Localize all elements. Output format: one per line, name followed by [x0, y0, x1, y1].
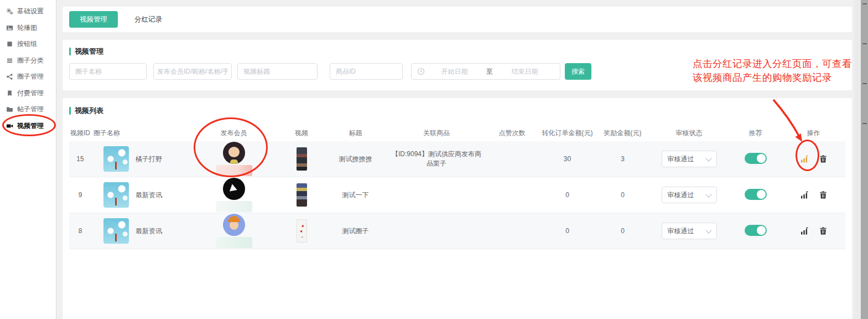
sidebar-item-pay-manage[interactable]: 付费管理: [0, 85, 56, 102]
table-header: 视频ID 圈子名称 发布会员 视频 标题 关联商品 点赞次数 转化订单金额(元)…: [69, 125, 845, 141]
recommend-toggle[interactable]: [745, 189, 767, 200]
recommend-cell: [729, 225, 782, 238]
scrollbar[interactable]: [854, 0, 868, 319]
circle-thumbnail: [103, 146, 129, 172]
list-icon: [6, 57, 13, 64]
reward-amount-cell: 0: [596, 191, 649, 199]
chevron-down-icon: [705, 227, 711, 233]
chevron-down-icon: [705, 155, 711, 161]
video-id-cell: 15: [69, 155, 91, 163]
date-start-placeholder: 开始日期: [425, 67, 484, 76]
sidebar-item-label: 视频管理: [17, 121, 44, 131]
dividend-chart-icon[interactable]: [800, 227, 809, 235]
search-section-title: 视频管理: [69, 47, 845, 56]
audit-status-value: 审核通过: [668, 155, 694, 164]
window-edge: [861, 0, 868, 319]
publisher-avatar: [223, 214, 245, 236]
list-section-title: 视频列表: [69, 106, 845, 116]
edge-tick: [862, 3, 867, 4]
col-title: 标题: [324, 128, 387, 138]
circle-cell: 最新资讯: [91, 182, 188, 208]
sidebar-item-circle-manage[interactable]: 圈子管理: [0, 69, 56, 85]
video-thumbnail[interactable]: [297, 183, 307, 207]
publisher-name-redacted: [216, 237, 252, 248]
table-row: 9 最新资讯 测试一下 0 0 审核通过: [69, 177, 845, 213]
col-video: 视频: [279, 128, 324, 138]
circle-thumbnail: [103, 218, 129, 244]
title-cell: 测试圈子: [324, 227, 387, 236]
delete-trash-icon[interactable]: [819, 227, 828, 235]
edge-tick: [862, 43, 867, 44]
search-section-title-text: 视频管理: [75, 47, 103, 56]
actions-cell: [782, 155, 845, 163]
circle-name-text: 橘子打野: [136, 155, 162, 164]
title-cell: 测试一下: [324, 191, 387, 200]
col-recommend: 推荐: [729, 128, 782, 138]
publisher-name-redacted: [216, 201, 252, 212]
audit-status-select[interactable]: 审核通过: [662, 187, 717, 203]
title-cell: 测试撩撩撩: [324, 155, 387, 164]
video-cell: [279, 147, 324, 171]
circle-name-input[interactable]: [69, 63, 147, 80]
audit-status-cell: 审核通过: [649, 187, 729, 203]
sidebar-item-label: 圈子分类: [17, 56, 44, 65]
clock-icon: [417, 68, 425, 75]
product-id-input[interactable]: [330, 63, 403, 80]
circle-name-text: 最新资讯: [136, 191, 162, 200]
sidebar-item-carousel[interactable]: 轮播图: [0, 20, 56, 37]
circle-thumbnail: [103, 182, 129, 208]
tabs-bar: 视频管理 分红记录: [63, 7, 852, 32]
publisher-name-redacted: [216, 165, 252, 176]
sidebar-item-label: 圈子管理: [17, 72, 44, 81]
actions-cell: [782, 227, 845, 235]
audit-status-cell: 审核通过: [649, 151, 729, 167]
gears-icon: [6, 8, 13, 15]
scrollbar-track[interactable]: [854, 0, 861, 319]
publisher-avatar: [223, 142, 245, 164]
audit-status-value: 审核通过: [668, 191, 694, 200]
tab-video-manage[interactable]: 视频管理: [69, 11, 118, 28]
share-icon: [6, 73, 13, 80]
search-panel: 视频管理 开始日期 至 结束日期 搜索: [63, 40, 852, 90]
image-icon: [6, 24, 13, 32]
video-id-cell: 9: [69, 191, 91, 199]
col-order-amount: 转化订单金额(元): [538, 128, 596, 138]
sidebar-item-label: 轮播图: [17, 23, 37, 33]
dividend-chart-icon[interactable]: [800, 155, 809, 163]
publisher-cell: [188, 142, 279, 176]
sidebar-item-label: 付费管理: [17, 89, 44, 98]
sidebar-item-label: 基础设置: [17, 7, 44, 16]
delete-trash-icon[interactable]: [819, 155, 828, 163]
audit-status-select[interactable]: 审核通过: [662, 151, 717, 167]
recommend-toggle[interactable]: [745, 225, 767, 236]
edge-tick: [862, 83, 867, 84]
video-thumbnail[interactable]: [297, 219, 307, 243]
sidebar-item-video-manage[interactable]: 视频管理: [0, 118, 56, 135]
video-title-input[interactable]: [237, 63, 318, 80]
sidebar-item-post-manage[interactable]: 帖子管理: [0, 101, 56, 118]
video-list-panel: 视频列表 视频ID 圈子名称 发布会员 视频 标题 关联商品 点赞次数 转化订单…: [63, 98, 852, 319]
tab-dividend-record[interactable]: 分红记录: [134, 15, 162, 24]
main-content: 视频管理 分红记录 视频管理 开始日期 至 结束日期 搜索: [57, 0, 868, 319]
date-range-picker[interactable]: 开始日期 至 结束日期: [411, 63, 560, 80]
sidebar-item-button-group[interactable]: 按钮组: [0, 36, 56, 53]
search-button[interactable]: 搜索: [565, 63, 591, 80]
video-cell: [279, 183, 324, 207]
col-related-product: 关联商品: [387, 128, 486, 138]
video-thumbnail[interactable]: [297, 147, 307, 171]
recommend-cell: [729, 189, 782, 202]
sidebar-item-circle-category[interactable]: 圈子分类: [0, 53, 56, 69]
video-id-cell: 8: [69, 227, 91, 235]
square-icon: [6, 40, 13, 48]
delete-trash-icon[interactable]: [819, 191, 828, 199]
audit-status-select[interactable]: 审核通过: [662, 223, 717, 239]
member-input[interactable]: [153, 63, 232, 80]
recommend-toggle[interactable]: [745, 153, 767, 164]
edge-tick: [862, 123, 867, 124]
dividend-chart-icon[interactable]: [800, 191, 809, 199]
col-reward-amount: 奖励金额(元): [596, 128, 649, 138]
sidebar-item-basic-settings[interactable]: 基础设置: [0, 3, 56, 20]
publisher-avatar: [223, 178, 245, 200]
circle-cell: 最新资讯: [91, 218, 188, 244]
publisher-cell: [188, 214, 279, 248]
